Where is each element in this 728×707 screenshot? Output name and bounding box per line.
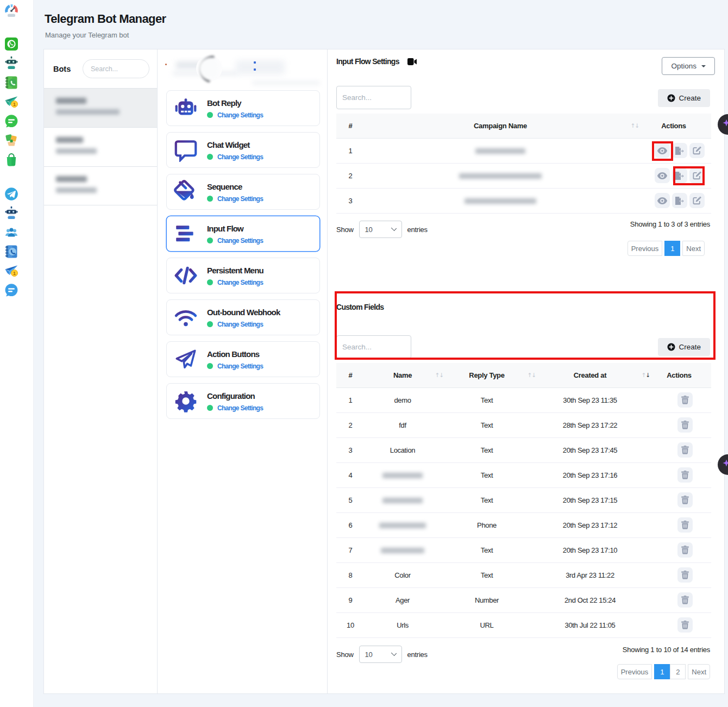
custom-page-size-select[interactable]: 10	[359, 646, 402, 663]
col-header-campaign-name[interactable]: Campaign Name↑↓	[365, 114, 636, 138]
delete-button[interactable]	[677, 417, 693, 433]
change-settings-link[interactable]: Change Settings	[207, 321, 280, 328]
next-button[interactable]: Next	[688, 664, 710, 679]
change-settings-link[interactable]: Change Settings	[207, 153, 263, 161]
flow-search-input[interactable]	[336, 86, 411, 109]
field-index: 1	[336, 387, 365, 412]
view-button[interactable]	[655, 143, 670, 158]
previous-button[interactable]: Previous	[617, 664, 652, 679]
field-index: 9	[336, 587, 365, 612]
feature-card-list: Bot ReplyChange SettingsChat WidgetChang…	[166, 90, 319, 419]
col-header-reply-type[interactable]: Reply Type↑↓	[441, 363, 533, 387]
export-button[interactable]	[672, 168, 687, 183]
bot-list-item[interactable]	[44, 127, 157, 166]
col-header-created-at[interactable]: Created at↑↓	[533, 363, 647, 387]
field-created-at: 20th Sep 23 17:16	[533, 462, 647, 487]
chat-green-icon[interactable]	[4, 114, 18, 128]
change-settings-label: Change Settings	[217, 153, 263, 161]
next-button[interactable]: Next	[682, 241, 705, 256]
view-button[interactable]	[655, 168, 670, 183]
feature-card-persistent-menu[interactable]: Persistent MenuChange Settings	[166, 258, 320, 293]
send-green-icon[interactable]: 1	[4, 95, 18, 109]
integrations-icon[interactable]	[4, 133, 18, 147]
feature-card-bot-reply[interactable]: Bot ReplyChange Settings	[166, 90, 320, 126]
page-1-button[interactable]: 1	[654, 664, 670, 679]
telegram-icon[interactable]	[4, 187, 18, 201]
feature-card-configuration[interactable]: ConfigurationChange Settings	[166, 383, 320, 419]
sparkle-icon	[721, 458, 728, 472]
page-1-button[interactable]: 1	[664, 241, 680, 256]
main-panel: Input Flow Settings Options Create	[328, 49, 724, 693]
delete-button[interactable]	[677, 592, 693, 608]
change-settings-label: Change Settings	[217, 279, 263, 286]
field-name: fdf	[365, 412, 441, 437]
bot-list-item[interactable]	[44, 88, 157, 127]
feature-title: Input Flow	[207, 224, 263, 233]
feature-card-action-buttons[interactable]: Action ButtonsChange Settings	[166, 341, 320, 377]
edit-button[interactable]	[689, 193, 705, 208]
export-button[interactable]	[672, 143, 687, 158]
field-actions	[647, 562, 711, 587]
chat-blue-icon[interactable]	[4, 283, 18, 297]
whatsapp-icon[interactable]	[4, 37, 18, 51]
delete-button[interactable]	[677, 442, 693, 458]
feature-card-input-flow[interactable]: Input FlowChange Settings	[166, 216, 320, 252]
delete-button[interactable]	[677, 517, 693, 533]
main-card: Bots Bot ReplyChange SettingsChat Widget…	[43, 49, 725, 694]
change-settings-link[interactable]: Change Settings	[207, 195, 263, 203]
flow-create-button[interactable]: Create	[658, 89, 710, 107]
page-2-button[interactable]: 2	[670, 664, 686, 679]
delete-button[interactable]	[677, 617, 693, 633]
change-settings-link[interactable]: Change Settings	[207, 279, 263, 286]
bots-panel: Bots	[44, 49, 158, 693]
page-subtitle: Manage your Telegram bot	[45, 31, 129, 39]
status-dot	[207, 321, 213, 327]
robot-blue-icon[interactable]	[4, 206, 18, 220]
field-created-at: 30th Jul 22 11:05	[533, 612, 647, 637]
custom-field-row: 5Text20th Sep 23 17:15	[336, 487, 711, 512]
shop-bag-icon[interactable]	[4, 153, 18, 167]
contacts-green-icon[interactable]	[4, 76, 18, 90]
speedometer-icon[interactable]	[4, 3, 18, 17]
delete-button[interactable]	[677, 542, 693, 558]
feature-card-sequence[interactable]: SequenceChange Settings	[166, 174, 320, 210]
change-settings-link[interactable]: Change Settings	[207, 404, 263, 412]
export-button[interactable]	[672, 193, 687, 208]
change-settings-link[interactable]: Change Settings	[207, 237, 263, 245]
campaign-row: 1	[336, 138, 711, 163]
custom-field-row: 10UrlsURL30th Jul 22 11:05	[336, 612, 711, 637]
field-name: demo	[365, 387, 441, 412]
bots-search-input[interactable]	[83, 59, 149, 78]
feature-title: Bot Reply	[207, 98, 263, 108]
edit-button[interactable]	[689, 143, 705, 158]
audience-icon[interactable]	[4, 226, 18, 240]
previous-button[interactable]: Previous	[627, 241, 663, 256]
custom-fields-search-input[interactable]	[336, 335, 411, 359]
flow-page-size-select[interactable]: 10	[359, 221, 402, 238]
redacted-dot	[165, 64, 167, 65]
view-button[interactable]	[655, 193, 670, 208]
field-created-at: 20th Sep 23 17:12	[533, 512, 647, 537]
options-button[interactable]: Options	[662, 57, 715, 75]
robot-green-icon[interactable]	[4, 56, 18, 70]
campaign-actions	[636, 163, 711, 188]
redacted-avatar	[192, 52, 226, 85]
sort-icons: ↑↓	[641, 372, 650, 378]
feature-card-chat-widget[interactable]: Chat WidgetChange Settings	[166, 132, 320, 168]
field-name: Location	[365, 437, 441, 462]
custom-fields-create-button[interactable]: Create	[658, 338, 710, 356]
change-settings-label: Change Settings	[217, 111, 263, 119]
contacts-blue-icon[interactable]	[4, 245, 18, 259]
delete-button[interactable]	[677, 567, 693, 583]
feature-card-out-bound-webhook[interactable]: Out-bound WebhookChange Settings	[166, 299, 320, 335]
edit-button[interactable]	[689, 168, 705, 183]
delete-button[interactable]	[677, 492, 693, 508]
custom-field-row: 1demoText30th Sep 23 11:35	[336, 387, 711, 412]
delete-button[interactable]	[677, 467, 693, 483]
bot-list-item[interactable]	[44, 166, 157, 205]
change-settings-link[interactable]: Change Settings	[207, 362, 263, 370]
send-blue-icon[interactable]: 1	[4, 264, 18, 278]
delete-button[interactable]	[677, 392, 693, 408]
col-header-name[interactable]: Name↑↓	[365, 363, 441, 387]
change-settings-link[interactable]: Change Settings	[207, 111, 263, 119]
